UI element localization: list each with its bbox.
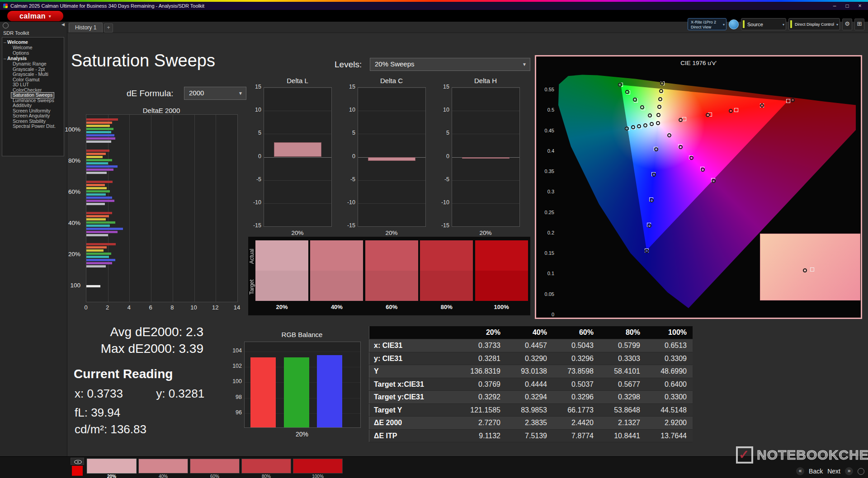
delta-y-tick-label: 0 [338, 153, 355, 159]
tab-history-1[interactable]: History 1 [69, 23, 103, 33]
cie-measured-marker [656, 121, 660, 125]
delta-gridline [264, 88, 331, 88]
sidebar-item-spectral-power-dist-[interactable]: Spectral Power Dist. [11, 124, 57, 129]
tree-section-welcome[interactable]: Welcome [2, 39, 64, 45]
table-row: x: CIE310.37330.44570.50430.57990.6513 [369, 339, 693, 352]
table-row: Target x:CIE310.37690.44440.50370.56770.… [369, 378, 693, 391]
next-chevron-icon[interactable]: » [845, 467, 853, 475]
display-control-select[interactable]: Direct Display Control ▾ [788, 18, 840, 30]
table-row-label: ΔE ITP [369, 430, 459, 442]
deltae-ylabels: 100%80%60%40%20%100 [54, 114, 83, 301]
sidebar-item-3d-lut[interactable]: 3D LUT [11, 82, 30, 88]
formula-select[interactable]: 2000 ▼ [184, 87, 246, 100]
delta-gridline [264, 111, 331, 111]
back-chevron-icon[interactable]: « [796, 467, 804, 475]
deltae-x-tick-label: 8 [167, 304, 178, 311]
table-cell: 0.5677 [599, 378, 646, 391]
table-row-label: y: CIE31 [369, 352, 459, 365]
sidebar-options-icon[interactable] [3, 23, 9, 28]
deltae-bar [86, 193, 106, 196]
delta-c-plot [358, 87, 426, 227]
thumbnail-20%[interactable]: 20% [87, 459, 137, 478]
close-button[interactable]: × [854, 2, 866, 10]
deltae-plot [86, 114, 238, 302]
table-row: y: CIE310.32810.32900.32960.33030.3309 [369, 352, 693, 366]
cie-y-tick-label: 0 [537, 312, 554, 317]
levels-select[interactable]: 20% Sweeps ▼ [370, 58, 530, 71]
minimize-button[interactable]: – [828, 2, 841, 10]
deltae-gridline [108, 115, 108, 302]
current-xy: x: 0.3733 y: 0.3281 [75, 387, 204, 401]
gear-icon[interactable]: ⚙ [842, 19, 852, 30]
table-row: ΔE ITP9.11327.51397.877410.844113.7644 [369, 430, 693, 443]
deltae-bar [86, 118, 118, 121]
deltae-bar [86, 253, 111, 255]
current-reading-heading: Current Reading [74, 367, 173, 381]
deltae-x-tick-label: 14 [231, 304, 242, 311]
table-cell: 7.5139 [506, 430, 552, 442]
sidebar-item-dynamic-range[interactable]: Dynamic Range [11, 61, 48, 67]
cie-measured-marker [660, 81, 664, 85]
table-cell: 0.5799 [599, 339, 646, 352]
table-cell: 0.4457 [506, 339, 552, 352]
collapse-sidebar-icon[interactable]: ◀ [61, 22, 65, 27]
thumbnail-label: 80% [241, 474, 291, 478]
deltae-gridline [216, 115, 216, 302]
cie-target-marker [734, 108, 738, 112]
sidebar-item-welcome[interactable]: Welcome [11, 45, 34, 51]
maximize-button[interactable]: □ [841, 2, 854, 10]
calman-menu-button[interactable]: calman ▾ [7, 11, 63, 21]
deltae-x-tick-label: 12 [210, 304, 221, 311]
tree-section-analysis[interactable]: Analysis [2, 56, 64, 61]
back-button[interactable]: Back [809, 468, 823, 475]
delta-gridline [452, 180, 519, 181]
deltae-bar [86, 212, 112, 214]
sidebar-item-options[interactable]: Options [11, 51, 30, 56]
table-cell: 53.8648 [599, 404, 646, 417]
next-button[interactable]: Next [827, 468, 840, 475]
sidebar-item-grayscale-multi[interactable]: Grayscale - Multi [11, 72, 50, 77]
nav-extra-icon[interactable] [858, 468, 864, 475]
actual-row-label: Actual [249, 241, 255, 271]
delta-gridline [452, 203, 519, 204]
source-select[interactable]: Source ▾ [741, 18, 786, 30]
delta-y-tick-label: 5 [244, 130, 261, 136]
sidebar-item-screen-angularity[interactable]: Screen Angularity [11, 113, 51, 119]
thumbnail-swatch [241, 459, 291, 473]
preview-tile[interactable] [71, 458, 84, 476]
sidebar-item-saturation-sweeps[interactable]: Saturation Sweeps [11, 93, 54, 98]
meter-select[interactable]: X-Rite i1Pro 2 Direct View ▾ [688, 18, 726, 30]
delta-h-xlabel: 20% [452, 230, 519, 236]
deltae-x-tick-label: 10 [189, 304, 199, 311]
cie-measured-marker [647, 224, 651, 228]
deltae-bar [86, 200, 114, 202]
cie-measured-marker [729, 109, 733, 113]
notebookcheck-logo-icon: ✓ [736, 446, 753, 464]
add-tab-button[interactable]: + [104, 23, 113, 33]
thumbnail-80%[interactable]: 80% [241, 459, 291, 478]
workspace-layout-icon[interactable]: ⊞ [854, 19, 864, 30]
rgb-bar-green [284, 357, 309, 427]
display-control-accent-icon [790, 20, 792, 28]
deltae-bar [86, 125, 110, 127]
thumbnail-60%[interactable]: 60% [190, 459, 240, 478]
window-title: Calman 2025 Calman Ultimate for Business… [10, 3, 204, 9]
rgb-y-tick-label: 100 [228, 378, 242, 384]
table-cell: 0.3296 [552, 391, 599, 403]
meter-status-badge[interactable] [729, 19, 739, 29]
delta-y-tick-label: -5 [432, 176, 449, 183]
delta-y-tick-label: 10 [432, 107, 449, 113]
table-row: ΔE 20002.72702.38352.44202.13272.9200 [369, 417, 693, 430]
thumbnail-100%[interactable]: 100% [293, 459, 343, 478]
thumbnail-label: 60% [190, 474, 240, 478]
delta-gridline [358, 180, 425, 181]
table-column-header: 20% [459, 326, 506, 339]
sidebar-item-additivity[interactable]: Additivity [11, 103, 33, 108]
table-cell: 0.3296 [552, 352, 599, 365]
cie-y-tick-label: 0.15 [537, 250, 554, 256]
cie-y-tick-label: 0.55 [537, 87, 554, 92]
deltae-bar [86, 218, 106, 220]
rgb-bar-red [250, 357, 276, 427]
delta-y-tick-label: -15 [244, 222, 261, 229]
thumbnail-40%[interactable]: 40% [138, 459, 188, 478]
